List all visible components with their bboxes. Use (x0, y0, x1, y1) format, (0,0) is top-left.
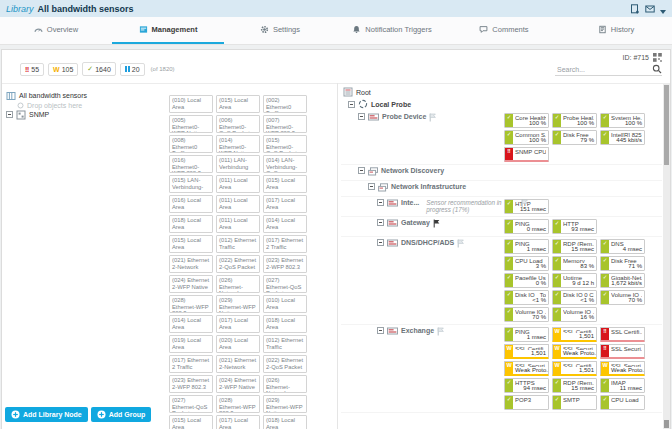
sensor-badge[interactable]: ✓Memory83 % (552, 256, 597, 271)
sensor-cell[interactable]: (015) LAN-Verbindung- (169, 175, 213, 193)
device-node[interactable]: Gateway (401, 219, 430, 227)
sensor-cell[interactable]: (017) Local Area (216, 415, 260, 429)
sensor-badge[interactable]: ✓PING1 msec (504, 327, 549, 342)
sensor-badge[interactable]: ‼SSL Certifi... (600, 327, 645, 342)
sensor-cell[interactable]: (029) Ethernet-WFP Native (216, 295, 260, 313)
scrollbar-thumb[interactable] (664, 85, 669, 165)
sensor-badge[interactable]: ✓PING0 msec (504, 219, 549, 234)
sensor-cell[interactable]: (018) Local Area (169, 215, 213, 233)
sensor-cell[interactable]: (014) Local Area (169, 315, 213, 333)
sensor-badge[interactable]: ✓Disk IO 0 C:<1 % (552, 290, 597, 305)
group-node[interactable]: Network Infrastructure (391, 183, 466, 191)
sensor-cell[interactable]: (018) Local Area (263, 415, 307, 429)
sensor-badge[interactable]: ✓Volume IO ...16 % (552, 307, 597, 322)
root-node[interactable]: Root (341, 87, 662, 97)
sensor-badge[interactable]: WSSL Certifi...1,501 (552, 327, 597, 342)
collapse-toggle-icon[interactable] (377, 219, 384, 226)
sensor-cell[interactable]: (012) Ethernet Traffic (216, 235, 260, 253)
sensor-badge[interactable]: ✓Core Health100 % (504, 113, 549, 128)
sensor-badge[interactable]: WSSL Securi...Weak Proto... (504, 361, 549, 376)
sensor-cell[interactable]: (010) Local Area (263, 295, 307, 313)
sensor-cell[interactable]: (017) Local Area (216, 315, 260, 333)
sensor-cell[interactable]: (026) Ethernet-Network (263, 375, 307, 393)
sensor-badge[interactable]: ✓DNS4 msec (600, 239, 645, 254)
sensor-cell[interactable]: (024) Ethernet 2-WFP Native (216, 375, 260, 393)
sensor-cell[interactable]: (006) Ethernet0-QoS Packet (216, 115, 260, 133)
tab-settings[interactable]: Settings (224, 17, 336, 44)
collapse-toggle-icon[interactable] (368, 183, 375, 190)
sensor-cell[interactable]: (015) Local Area (169, 415, 213, 429)
sensor-badge[interactable]: ✓Common S...100 % (504, 130, 549, 145)
sensor-badge[interactable]: WSSL Certifi...1,501 (504, 344, 549, 359)
device-node[interactable]: Inte... (401, 199, 419, 207)
report-add-icon[interactable] (630, 4, 640, 14)
sensor-badge[interactable]: ‼SNMP CPU... (504, 147, 549, 162)
caret-down-icon[interactable] (660, 0, 666, 18)
sensor-cell[interactable]: (011) Local Area (216, 175, 260, 193)
sensor-badge[interactable]: ✓HTTP93 msec (552, 219, 597, 234)
library-root-node[interactable]: All bandwidth sensors (6, 91, 87, 100)
sensor-cell[interactable]: (008) Ethernet0 Traffic (169, 135, 213, 153)
sensor-badge[interactable]: ✓HTTPS94 msec (504, 378, 549, 393)
sensor-cell[interactable]: (027) Ethernet-QoS Packet (169, 395, 213, 413)
device-node[interactable]: Exchange (401, 327, 434, 335)
qr-code-icon[interactable] (653, 53, 662, 62)
sensor-cell[interactable]: (017) Ethernet 2 Traffic (169, 355, 213, 373)
sensor-cell[interactable]: (015) Local Area (216, 95, 260, 113)
sensor-badge[interactable]: WSSL Securi...Weak Proto... (600, 361, 645, 376)
sensor-badge[interactable]: ✓Intel[R] 825...445 kbit/s (600, 130, 645, 145)
sensor-cell[interactable]: (023) Ethernet 2-WFP 802.3 (263, 255, 307, 273)
sensor-cell[interactable]: (011) Local Area (216, 215, 260, 233)
sensor-cell[interactable]: (024) Ethernet 2-WFP Native (169, 275, 213, 293)
vertical-scrollbar[interactable] (663, 83, 670, 429)
sensor-cell[interactable]: (018) Local Area (263, 315, 307, 333)
tab-comments[interactable]: Comments (448, 17, 560, 44)
status-count-paused[interactable]: 20 (120, 63, 145, 76)
sensor-cell[interactable]: (005) Ethernet0-WFP Native (169, 115, 213, 133)
tab-history[interactable]: History (560, 17, 672, 44)
sensor-badge[interactable]: ✓Volume IO ...70 % (504, 307, 549, 322)
search-icon[interactable] (652, 64, 662, 74)
sensor-cell[interactable]: (017) Local Area (263, 195, 307, 213)
collapse-toggle-icon[interactable] (6, 111, 13, 118)
sensor-cell[interactable]: (011) Local Area (216, 195, 260, 213)
sensor-badge[interactable]: ✓Uptime9 d 12 h (552, 273, 597, 288)
sensor-badge[interactable]: ✓SMTP (552, 395, 597, 410)
sensor-badge[interactable]: ✓Probe Heal...100 % (552, 113, 597, 128)
status-count-warning[interactable]: W105 (48, 63, 78, 76)
sensor-badge[interactable]: ✓System He...100 % (600, 113, 645, 128)
sensor-badge[interactable]: ✓Pagefile Us...0 % (504, 273, 549, 288)
device-node[interactable]: DNS/DHCP/ADS (401, 239, 454, 247)
sensor-cell[interactable]: (023) Ethernet 2-WFP 802.3 (169, 375, 213, 393)
collapse-toggle-icon[interactable] (358, 113, 365, 120)
collapse-toggle-icon[interactable] (358, 167, 365, 174)
group-node[interactable]: Network Discovery (381, 167, 444, 175)
sensor-cell[interactable]: (015) Local Area (263, 175, 307, 193)
sensor-cell[interactable]: (016) Local Area (169, 195, 213, 213)
sensor-badge[interactable]: ✓CPU Load (600, 395, 645, 410)
sensor-badge[interactable]: ✓CPU Load3 % (504, 256, 549, 271)
sensor-cell[interactable]: (010) Local Area (169, 95, 213, 113)
sensor-cell[interactable]: (011) LAN-Verbindung (216, 155, 260, 173)
sensor-cell[interactable]: (020) Local Area (216, 335, 260, 353)
drop-target-hint[interactable]: Drop objects here (6, 101, 87, 109)
library-group-snmp[interactable]: SNMP (6, 110, 87, 119)
sensor-cell[interactable]: (021) Ethernet 2-Network (169, 255, 213, 273)
device-node[interactable]: Probe Device (382, 113, 426, 121)
collapse-toggle-icon[interactable] (377, 327, 384, 334)
sensor-cell[interactable]: (016) Ethernet0-WFP 802.3 (169, 155, 213, 173)
sensor-badge[interactable]: WSSL Securi...Weak Proto... (552, 344, 597, 359)
sensor-cell[interactable]: (026) Ethernet-Network (216, 275, 260, 293)
sensor-badge[interactable]: ✓Disk IO _To...<1 % (504, 290, 549, 305)
sensor-cell[interactable]: (002) Ethernet0 Traffic (263, 95, 307, 113)
tab-notification-triggers[interactable]: Notification Triggers (336, 17, 448, 44)
mail-icon[interactable] (645, 5, 655, 13)
sensor-cell[interactable]: (014) Ethernet0-WFP Native (216, 135, 260, 153)
sensor-cell[interactable]: (017) Ethernet 2 Traffic (263, 235, 307, 253)
sensor-cell[interactable]: (014) Local Area (263, 215, 307, 233)
sensor-cell[interactable]: (022) Ethernet 2-QoS Packet (216, 255, 260, 273)
sensor-badge[interactable]: ✓IMAP11 msec (600, 378, 645, 393)
tab-overview[interactable]: Overview (0, 17, 112, 44)
sensor-cell[interactable]: (028) Ethernet-WFP 802.3 (169, 295, 213, 313)
status-count-error[interactable]: ‼55 (20, 63, 44, 76)
